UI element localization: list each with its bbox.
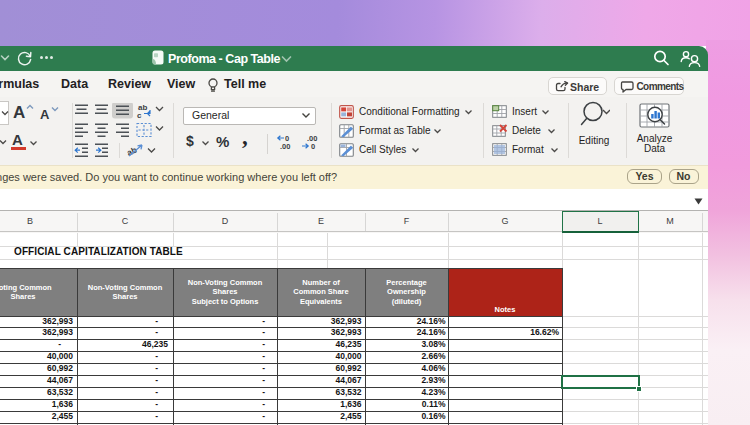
- svg-text:.00: .00: [280, 142, 290, 150]
- svg-text:ab: ab: [125, 145, 138, 158]
- svg-text:c: c: [137, 111, 142, 120]
- svg-text:0: 0: [311, 142, 315, 150]
